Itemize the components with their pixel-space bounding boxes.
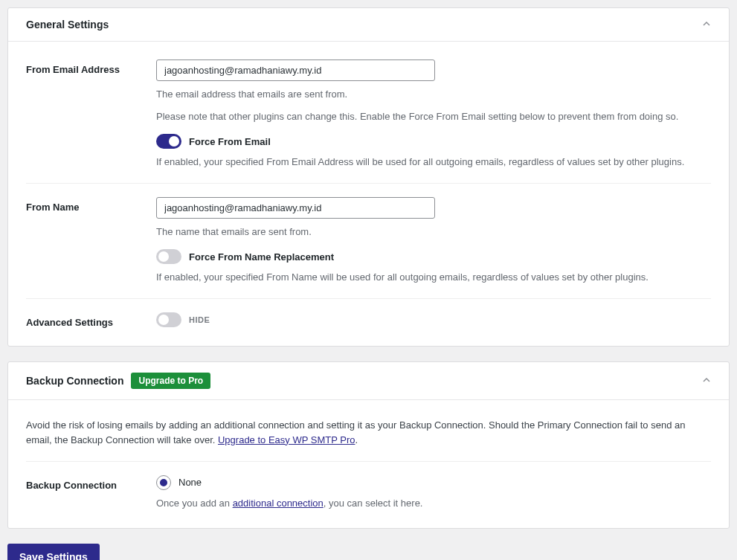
backup-help-prefix: Once you add an [156,498,233,509]
from-name-row: From Name The name that emails are sent … [26,184,711,299]
backup-connection-row: Backup Connection None Once you add an a… [26,475,711,511]
upgrade-to-pro-badge[interactable]: Upgrade to Pro [131,373,210,389]
backup-none-option: None [156,475,711,490]
advanced-settings-toggle[interactable] [156,312,181,327]
general-settings-header[interactable]: General Settings [8,8,729,42]
force-from-name-label: Force From Name Replacement [189,251,334,263]
backup-connection-control: None Once you add an additional connecti… [156,475,711,511]
toggle-knob [169,136,179,147]
backup-help-suffix: , you can select it here. [324,498,423,509]
backup-none-radio[interactable] [156,475,171,490]
from-name-control: The name that emails are sent from. Forc… [156,197,711,285]
backup-connection-title-wrap: Backup Connection Upgrade to Pro [26,373,210,389]
from-email-row: From Email Address The email address tha… [26,59,711,184]
backup-none-label: None [178,477,202,488]
force-from-name-toggle[interactable] [156,249,181,264]
chevron-up-icon[interactable] [702,19,711,30]
backup-description: Avoid the risk of losing emails by addin… [26,418,711,462]
additional-connection-link[interactable]: additional connection [233,498,324,509]
general-settings-body: From Email Address The email address tha… [8,42,729,346]
from-email-label: From Email Address [26,59,156,75]
from-email-help-1: The email address that emails are sent f… [156,87,711,102]
general-settings-panel: General Settings From Email Address The … [7,7,730,347]
advanced-settings-row: Advanced Settings HIDE [26,299,711,328]
backup-desc-suffix: . [355,434,358,445]
backup-connection-title: Backup Connection [26,375,123,387]
radio-dot-icon [160,479,167,486]
upgrade-pro-link[interactable]: Upgrade to Easy WP SMTP Pro [218,434,355,445]
save-settings-button[interactable]: Save Settings [7,544,100,560]
force-from-name-wrap: Force From Name Replacement [156,249,711,264]
backup-connection-panel: Backup Connection Upgrade to Pro Avoid t… [7,361,730,530]
from-email-control: The email address that emails are sent f… [156,59,711,170]
backup-connection-body: Avoid the risk of losing emails by addin… [8,400,729,529]
backup-connection-label: Backup Connection [26,475,156,491]
backup-connection-header[interactable]: Backup Connection Upgrade to Pro [8,362,729,400]
advanced-settings-label: Advanced Settings [26,312,156,328]
from-name-label: From Name [26,197,156,213]
from-name-input[interactable] [156,197,435,219]
general-settings-title: General Settings [26,19,109,30]
advanced-toggle-wrap: HIDE [156,312,711,327]
force-from-email-wrap: Force From Email [156,134,711,149]
advanced-settings-toggle-text: HIDE [189,315,210,324]
force-from-email-label: Force From Email [189,136,271,147]
force-from-email-help: If enabled, your specified From Email Ad… [156,155,711,170]
toggle-knob [158,251,169,262]
from-email-help-2: Please note that other plugins can chang… [156,109,711,124]
toggle-knob [158,315,169,325]
backup-help: Once you add an additional connection, y… [156,496,711,511]
force-from-name-help: If enabled, your specified From Name wil… [156,270,711,285]
advanced-settings-control: HIDE [156,312,711,327]
chevron-up-icon[interactable] [702,376,711,386]
from-name-help: The name that emails are sent from. [156,225,711,239]
force-from-email-toggle[interactable] [156,134,181,149]
from-email-input[interactable] [156,59,435,81]
